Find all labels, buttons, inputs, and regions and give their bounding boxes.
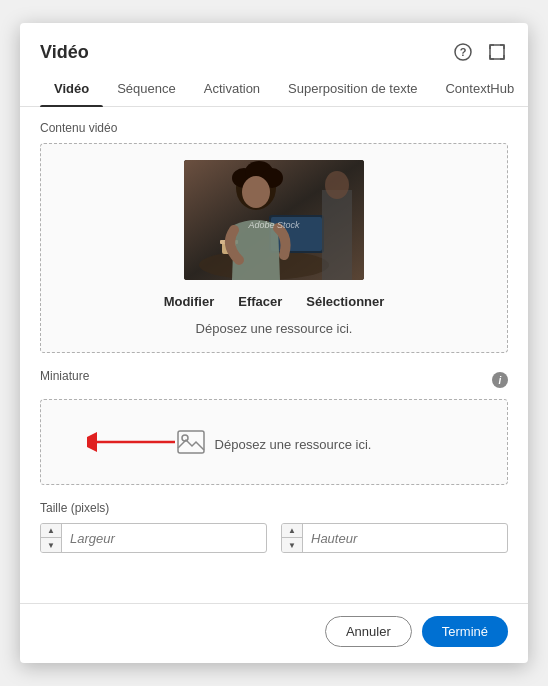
width-up-button[interactable]: ▲ <box>41 524 61 538</box>
height-input[interactable] <box>303 525 507 552</box>
height-down-button[interactable]: ▼ <box>282 538 302 552</box>
height-up-button[interactable]: ▲ <box>282 524 302 538</box>
tab-bar: Vidéo Séquence Activation Superposition … <box>20 73 528 107</box>
tab-video[interactable]: Vidéo <box>40 73 103 106</box>
expand-icon[interactable] <box>486 41 508 63</box>
height-input-wrap: ▲ ▼ <box>281 523 508 553</box>
dialog-body: Contenu vidéo <box>20 107 528 603</box>
tab-activation[interactable]: Activation <box>190 73 274 106</box>
thumbnail-section-row: Miniature i <box>40 369 508 391</box>
done-button[interactable]: Terminé <box>422 616 508 647</box>
modifier-button[interactable]: Modifier <box>164 294 215 309</box>
video-drop-hint: Déposez une ressource ici. <box>196 321 353 336</box>
svg-point-16 <box>325 171 349 199</box>
width-input-wrap: ▲ ▼ <box>40 523 267 553</box>
video-drop-zone[interactable]: Adobe Stock Modifier Effacer Sélectionne… <box>40 143 508 353</box>
video-thumbnail: Adobe Stock <box>184 160 364 280</box>
help-icon[interactable]: ? <box>452 41 474 63</box>
tab-contexthub[interactable]: ContextHub <box>431 73 528 106</box>
dialog-footer: Annuler Terminé <box>20 603 528 663</box>
thumbnail-drop-hint: Déposez une ressource ici. <box>215 437 372 452</box>
thumbnail-section-label: Miniature <box>40 369 89 383</box>
svg-rect-15 <box>322 190 352 280</box>
svg-point-14 <box>242 176 270 208</box>
effacer-button[interactable]: Effacer <box>238 294 282 309</box>
drop-arrow-icon <box>87 424 177 460</box>
width-input[interactable] <box>62 525 266 552</box>
svg-rect-2 <box>490 45 504 59</box>
width-down-button[interactable]: ▼ <box>41 538 61 552</box>
svg-text:?: ? <box>460 46 467 58</box>
width-spinner: ▲ ▼ <box>41 524 62 552</box>
dialog-header: Vidéo ? <box>20 23 528 63</box>
image-icon <box>177 430 205 454</box>
size-section: Taille (pixels) ▲ ▼ ▲ ▼ <box>40 501 508 553</box>
tab-sequence[interactable]: Séquence <box>103 73 190 106</box>
video-actions: Modifier Effacer Sélectionner <box>164 294 385 309</box>
cancel-button[interactable]: Annuler <box>325 616 412 647</box>
thumbnail-info-icon[interactable]: i <box>492 372 508 388</box>
video-section-label: Contenu vidéo <box>40 121 508 135</box>
selectionner-button[interactable]: Sélectionner <box>306 294 384 309</box>
svg-rect-20 <box>178 431 204 453</box>
thumbnail-drop-zone[interactable]: Déposez une ressource ici. <box>40 399 508 485</box>
size-section-label: Taille (pixels) <box>40 501 508 515</box>
header-icons: ? <box>452 41 508 63</box>
dialog-title: Vidéo <box>40 42 89 63</box>
video-dialog: Vidéo ? Vidéo Séquence Activati <box>20 23 528 663</box>
svg-text:Adobe Stock: Adobe Stock <box>247 220 300 230</box>
height-spinner: ▲ ▼ <box>282 524 303 552</box>
size-inputs: ▲ ▼ ▲ ▼ <box>40 523 508 553</box>
tab-superposition[interactable]: Superposition de texte <box>274 73 431 106</box>
